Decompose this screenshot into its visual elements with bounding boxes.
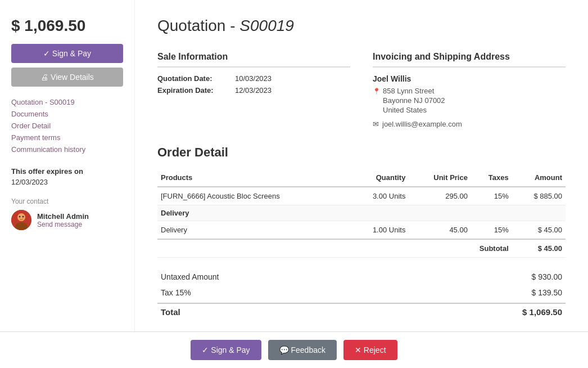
- totals-section: Untaxed Amount $ 930.00 Tax 15% $ 139.50…: [157, 269, 566, 320]
- product-name: [FURN_6666] Acoustic Bloc Screens: [157, 187, 349, 205]
- col-header-taxes: Taxes: [471, 169, 512, 187]
- check-icon: [43, 49, 52, 58]
- address-section: Invoicing and Shipping Address Joel Will…: [373, 52, 566, 128]
- col-header-amount: Amount: [512, 169, 566, 187]
- quotation-date-row: Quotation Date: 10/03/2023: [157, 74, 350, 83]
- col-header-quantity: Quantity: [349, 169, 409, 187]
- svg-point-3: [19, 216, 21, 218]
- svg-point-4: [22, 216, 24, 218]
- address-country-line: United States: [373, 106, 566, 114]
- footer-feedback-button[interactable]: Feedback: [268, 340, 337, 360]
- sidebar-item-quotation[interactable]: Quotation - S00019: [11, 98, 123, 106]
- order-detail-section: Order Detail Products Quantity Unit Pric…: [157, 145, 566, 320]
- address-block: 858 Lynn Street Bayonne NJ 07002 United …: [373, 87, 566, 114]
- footer-reject-button[interactable]: Reject: [343, 340, 397, 360]
- total-row: Total $ 1,069.50: [157, 303, 566, 320]
- total-label: Total: [161, 307, 180, 317]
- address-email: joel.willis@example.com: [382, 120, 462, 128]
- contact-name: Mitchell Admin: [37, 212, 89, 221]
- sidebar-item-payment-terms[interactable]: Payment terms: [11, 133, 123, 142]
- pin-icon: [373, 87, 381, 95]
- footer-check-icon: [202, 345, 211, 354]
- footer-comment-icon: [279, 345, 291, 354]
- col-header-products: Products: [157, 169, 349, 187]
- order-detail-title: Order Detail: [157, 145, 566, 160]
- total-value: $ 1,069.50: [522, 307, 562, 317]
- sale-info-title: Sale Information: [157, 52, 350, 68]
- tax-label: Tax 15%: [161, 288, 191, 297]
- sidebar-item-communication-history[interactable]: Communication history: [11, 145, 123, 154]
- delivery-unit-price: 45.00: [409, 221, 471, 240]
- table-row: [FURN_6666] Acoustic Bloc Screens 3.00 U…: [157, 187, 566, 205]
- product-amount: $ 885.00: [512, 187, 566, 205]
- sidebar-item-documents[interactable]: Documents: [11, 110, 123, 118]
- sidebar-expires-label: This offer expires on: [11, 167, 123, 176]
- product-unit-price: 295.00: [409, 187, 471, 205]
- sidebar-contact: Mitchell Admin Send message: [11, 210, 123, 230]
- order-table: Products Quantity Unit Price Taxes Amoun…: [157, 169, 566, 258]
- delivery-product: Delivery: [157, 221, 349, 240]
- envelope-icon: [373, 120, 379, 128]
- footer-times-icon: [355, 345, 364, 354]
- footer-bar: Sign & Pay Feedback Reject: [0, 331, 588, 368]
- quotation-date-value: 10/03/2023: [235, 74, 272, 83]
- product-taxes: 15%: [471, 187, 512, 205]
- contact-message-link[interactable]: Send message: [37, 221, 89, 228]
- footer-sign-pay-button[interactable]: Sign & Pay: [191, 340, 261, 360]
- tax-row: Tax 15% $ 139.50: [157, 285, 566, 300]
- table-row: Delivery 1.00 Units 45.00 15% $ 45.00: [157, 221, 566, 240]
- address-name: Joel Willis: [373, 74, 566, 83]
- col-header-unit-price: Unit Price: [409, 169, 471, 187]
- expiration-date-value: 12/03/2023: [235, 86, 272, 95]
- delivery-amount: $ 45.00: [512, 221, 566, 240]
- delivery-quantity: 1.00 Units: [349, 221, 409, 240]
- untaxed-label: Untaxed Amount: [161, 272, 219, 281]
- untaxed-amount-row: Untaxed Amount $ 930.00: [157, 269, 566, 285]
- sidebar-item-order-detail[interactable]: Order Detail: [11, 122, 123, 130]
- subtotal-value: $ 45.00: [512, 239, 566, 258]
- product-quantity: 3.00 Units: [349, 187, 409, 205]
- sidebar-view-details-button[interactable]: View Details: [11, 68, 123, 87]
- delivery-taxes: 15%: [471, 221, 512, 240]
- sale-information-section: Sale Information Quotation Date: 10/03/2…: [157, 52, 350, 128]
- delivery-group-row: Delivery: [157, 205, 566, 221]
- quotation-date-label: Quotation Date:: [157, 74, 230, 83]
- tax-value: $ 139.50: [532, 288, 563, 297]
- sidebar-amount: $ 1,069.50: [11, 17, 123, 35]
- sidebar-navigation: Quotation - S00019 Documents Order Detai…: [11, 98, 123, 154]
- untaxed-value: $ 930.00: [532, 272, 563, 281]
- main-content: Quotation - S00019 Sale Information Quot…: [135, 0, 588, 368]
- page-title: Quotation - S00019: [157, 17, 566, 35]
- address-email-line: joel.willis@example.com: [373, 120, 566, 128]
- delivery-group-label: Delivery: [157, 205, 566, 221]
- address-street-line: 858 Lynn Street: [373, 87, 566, 95]
- print-icon: [40, 73, 51, 82]
- address-section-title: Invoicing and Shipping Address: [373, 52, 566, 68]
- sidebar: $ 1,069.50 Sign & Pay View Details Quota…: [0, 0, 135, 368]
- subtotal-label: Subtotal: [157, 239, 512, 258]
- address-city-line: Bayonne NJ 07002: [373, 96, 566, 105]
- avatar: [11, 210, 31, 230]
- subtotal-row: Subtotal $ 45.00: [157, 239, 566, 258]
- sidebar-sign-pay-button[interactable]: Sign & Pay: [11, 44, 123, 63]
- expiration-date-label: Expiration Date:: [157, 86, 230, 95]
- expiration-date-row: Expiration Date: 12/03/2023: [157, 86, 350, 95]
- sidebar-contact-label: Your contact: [11, 198, 123, 205]
- sidebar-expires-date: 12/03/2023: [11, 178, 123, 186]
